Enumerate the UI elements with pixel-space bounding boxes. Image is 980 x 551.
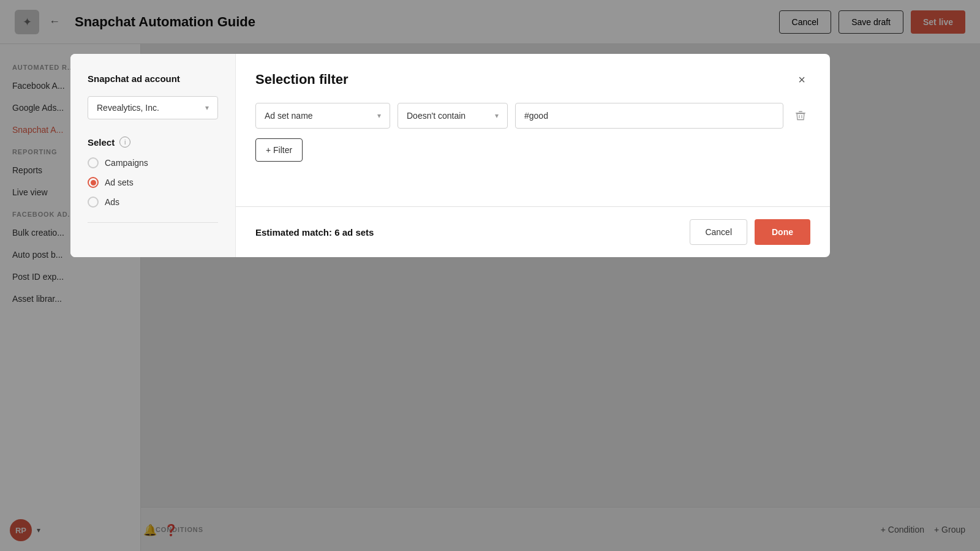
filter-condition-label: Doesn't contain <box>407 111 466 121</box>
select-radio-group: Campaigns Ad sets Ads <box>88 157 218 208</box>
filter-value-input[interactable] <box>515 103 783 129</box>
account-name: Revealytics, Inc. <box>97 103 159 113</box>
modal-footer: Estimated match: 6 ad sets Cancel Done <box>236 206 830 257</box>
select-label: Select <box>88 137 115 148</box>
select-label-row: Select i <box>88 137 218 148</box>
filter-field-label: Ad set name <box>265 111 313 121</box>
modal-body: Ad set name ▾ Doesn't contain ▾ <box>236 88 830 206</box>
delete-filter-button[interactable] <box>791 106 810 126</box>
add-filter-button[interactable]: + Filter <box>255 138 303 162</box>
radio-ads-label: Ads <box>105 197 119 207</box>
radio-ad-sets[interactable]: Ad sets <box>88 177 218 188</box>
filter-field-dropdown[interactable]: Ad set name ▾ <box>255 103 390 129</box>
ad-account-dropdown[interactable]: Revealytics, Inc. ▾ <box>88 96 218 119</box>
svg-rect-1 <box>799 111 802 113</box>
radio-campaigns-circle <box>88 157 99 168</box>
modal-cancel-button[interactable]: Cancel <box>690 219 747 245</box>
modal-right-panel: Selection filter × Ad set name ▾ Doesn't… <box>236 54 830 257</box>
radio-campaigns[interactable]: Campaigns <box>88 157 218 168</box>
modal-done-button[interactable]: Done <box>755 219 810 245</box>
radio-ad-sets-circle <box>88 177 99 188</box>
radio-campaigns-label: Campaigns <box>105 158 148 168</box>
modal-header: Selection filter × <box>236 54 830 88</box>
select-info-icon[interactable]: i <box>119 137 130 148</box>
footer-actions: Cancel Done <box>690 219 810 245</box>
radio-ad-sets-label: Ad sets <box>105 178 134 187</box>
selection-filter-modal: Snapchat ad account Revealytics, Inc. ▾ … <box>70 54 830 257</box>
radio-ads-circle <box>88 197 99 208</box>
filter-row: Ad set name ▾ Doesn't contain ▾ <box>255 103 810 129</box>
filter-field-caret-icon: ▾ <box>377 111 381 120</box>
modal-left-panel: Snapchat ad account Revealytics, Inc. ▾ … <box>70 54 236 257</box>
modal-title: Selection filter <box>255 72 349 88</box>
ad-account-section-title: Snapchat ad account <box>88 73 218 84</box>
filter-condition-caret-icon: ▾ <box>495 111 499 120</box>
filter-condition-dropdown[interactable]: Doesn't contain ▾ <box>398 103 508 129</box>
dropdown-caret-icon: ▾ <box>205 103 209 112</box>
radio-ads[interactable]: Ads <box>88 197 218 208</box>
estimated-match-text: Estimated match: 6 ad sets <box>255 227 374 238</box>
modal-close-button[interactable]: × <box>793 71 810 88</box>
modal-left-divider <box>88 222 218 223</box>
